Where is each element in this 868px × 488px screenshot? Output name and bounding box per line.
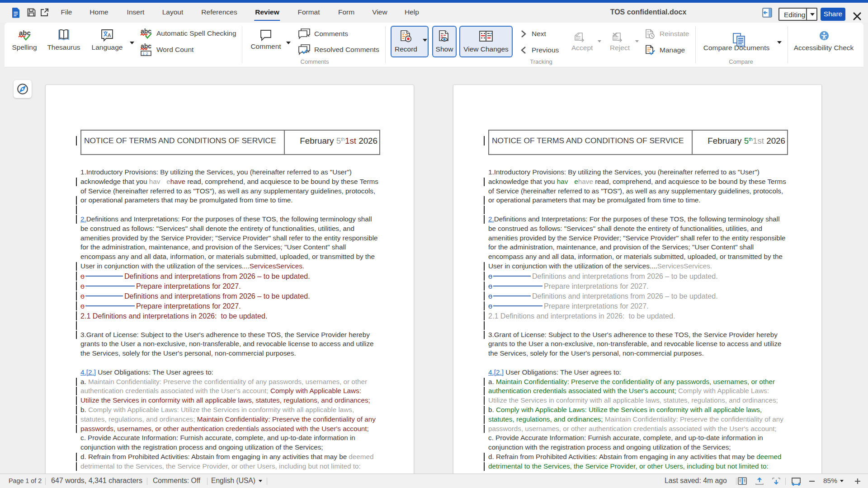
svg-text:1 2: 1 2 [142,52,148,56]
svg-text:A: A [108,33,111,38]
